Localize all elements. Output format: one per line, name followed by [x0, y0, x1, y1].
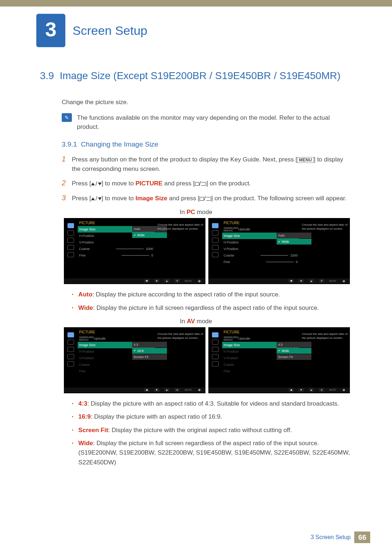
monitor-icon — [212, 223, 219, 228]
text-span: 2200 — [146, 247, 153, 251]
bullet-bold: 16:9 — [78, 413, 91, 420]
dd-43: 4:3 — [132, 342, 167, 348]
osd-item: SAMSUNGMAGICUpscale — [222, 335, 299, 342]
nav-left-icon: ◀ — [289, 279, 294, 283]
intro-text: Change the picture size. — [62, 99, 352, 106]
osd-nav: ◀▼▲↲AUTO⏻ — [208, 278, 350, 283]
text-span: Upscale — [238, 227, 250, 231]
bullet-auto: Auto: Display the picture according to t… — [72, 290, 352, 299]
monitor-icon — [68, 223, 74, 228]
text-span: ] on the product. — [206, 180, 251, 187]
steps-list: 1 Press any button on the front of the p… — [62, 155, 352, 204]
av-bullets: 4:3: Display the picture with an aspect … — [72, 399, 352, 467]
nav-left-icon: ◀ — [289, 388, 294, 392]
step-1: 1 Press any button on the front of the p… — [62, 155, 352, 174]
osd-item: Fine0 — [222, 259, 299, 265]
text-span: Press [ — [72, 195, 91, 202]
osd-main: PICTURE SAMSUNGMAGICUpscale Image Size H… — [222, 221, 299, 265]
text-span: mode — [195, 318, 212, 325]
text-span: Fine — [79, 254, 86, 257]
step-number: 3 — [62, 194, 72, 204]
chapter-title: Screen Setup — [73, 24, 147, 38]
bullet-wide: Wide: Display the picture in full screen… — [72, 439, 352, 467]
gear-icon — [68, 245, 74, 250]
osd-item: Coarse — [222, 361, 299, 368]
osd-sidebar — [66, 223, 75, 257]
dd-169: 16:9 — [132, 348, 167, 354]
text-span: ] to move to — [102, 195, 136, 202]
imagesize-label: Image Size — [135, 195, 167, 202]
section-number: 3.9 — [40, 70, 54, 81]
osd-row-av: PICTURE SAMSUNGMAGICUpscale Image Size H… — [62, 327, 352, 393]
note: ✎ The functions available on the monitor… — [62, 113, 352, 132]
info-icon — [212, 361, 219, 366]
osd-title: PICTURE — [222, 330, 299, 334]
power-icon: ⏻ — [341, 388, 346, 392]
dd-wide: Wide — [277, 239, 311, 245]
text-span: 0 — [151, 254, 153, 257]
monitor-icon — [68, 332, 74, 337]
dd-sf: Screen Fit — [277, 354, 311, 360]
nav-down-icon: ▼ — [299, 279, 304, 283]
text-span: Press [ — [72, 180, 91, 187]
list-icon — [68, 340, 74, 345]
step-2: 2 Press [ / ] to move to PICTURE and pre… — [62, 179, 352, 189]
content-area: 3.9 Image Size (Except S19E200BR / S19E4… — [0, 47, 392, 467]
step-number: 1 — [62, 155, 72, 174]
nav-enter-icon: ↲ — [319, 388, 324, 392]
top-band — [0, 0, 392, 7]
nav-auto: AUTO — [329, 389, 336, 391]
nav-auto: AUTO — [185, 280, 192, 282]
nav-down-icon: ▼ — [154, 279, 159, 283]
osd-desc: Choose the size and aspect ratio of the … — [302, 332, 348, 340]
footer-page-number: 66 — [354, 532, 370, 543]
nav-enter-icon: ↲ — [319, 279, 324, 283]
bullet-169: 16:9: Display the picture with an aspect… — [72, 412, 352, 422]
text-span: ] on the product. The following screen w… — [211, 195, 347, 202]
osd-dropdown: 4:3 16:9 Screen Fit — [132, 341, 167, 360]
page-header: 3 Screen Setup — [0, 7, 392, 47]
step-number: 2 — [62, 179, 72, 189]
footer-chapter-ref: 3 Screen Setup — [311, 534, 351, 541]
power-icon: ⏻ — [341, 279, 346, 283]
text-span: : Display the picture with the original … — [108, 427, 292, 434]
step-text: Press any button on the front of the pro… — [72, 155, 352, 174]
osd-av-left: PICTURE SAMSUNGMAGICUpscale Image Size H… — [64, 327, 205, 393]
dd-43: 4:3 — [277, 342, 311, 348]
pc-bold: PC — [187, 209, 195, 216]
text-span: In — [180, 318, 187, 325]
osd-item: Fine — [78, 368, 155, 374]
text-span: : Display the picture with an aspect rat… — [91, 413, 222, 420]
osd-item: Fine0 — [78, 252, 155, 259]
enter-icon: / — [200, 194, 211, 203]
osd-dropdown: Auto Wide — [277, 232, 311, 245]
nav-enter-icon: ↲ — [175, 388, 180, 392]
osd-main: PICTURE SAMSUNGMAGICUpscale Image Size H… — [222, 330, 299, 374]
picture-label: PICTURE — [135, 180, 163, 187]
text-span: and press [ — [167, 195, 200, 202]
page-footer: 3 Screen Setup 66 — [311, 532, 370, 543]
nav-auto: AUTO — [329, 280, 336, 282]
move-icon — [68, 347, 74, 352]
nav-up-icon: ▲ — [309, 279, 314, 283]
move-icon — [68, 238, 74, 243]
magic-label: SAMSUNGMAGIC — [79, 336, 94, 341]
osd-main: PICTURE SAMSUNGMAGICUpscale Image Size H… — [78, 330, 155, 374]
text-span: Press any button on the front of the pro… — [72, 156, 297, 163]
osd-title: PICTURE — [78, 330, 155, 334]
osd-row-pc: PICTURE Image Size H-Position V-Position… — [62, 218, 352, 284]
bullet-bold: Auto — [78, 291, 93, 298]
subsection-title: Changing the Image Size — [81, 140, 158, 148]
osd-item: Coarse — [78, 361, 155, 368]
osd-desc: Choose the size and aspect ratio of the … — [158, 223, 204, 231]
section-heading: 3.9 Image Size (Except S19E200BR / S19E4… — [40, 69, 352, 83]
section-title-text: Image Size (Except S19E200BR / S19E450BR… — [60, 70, 341, 81]
nav-down-icon: ▼ — [154, 388, 159, 392]
bullet-43: 4:3: Display the picture with an aspect … — [72, 399, 352, 409]
bullet-bold: Wide — [78, 440, 93, 447]
subsection-heading: 3.9.1 Changing the Image Size — [62, 140, 352, 148]
dd-wide: Wide — [277, 348, 311, 354]
nav-enter-icon: ↲ — [175, 279, 180, 283]
osd-sidebar — [211, 223, 220, 257]
text-span: : Display the picture in full screen reg… — [93, 304, 319, 311]
